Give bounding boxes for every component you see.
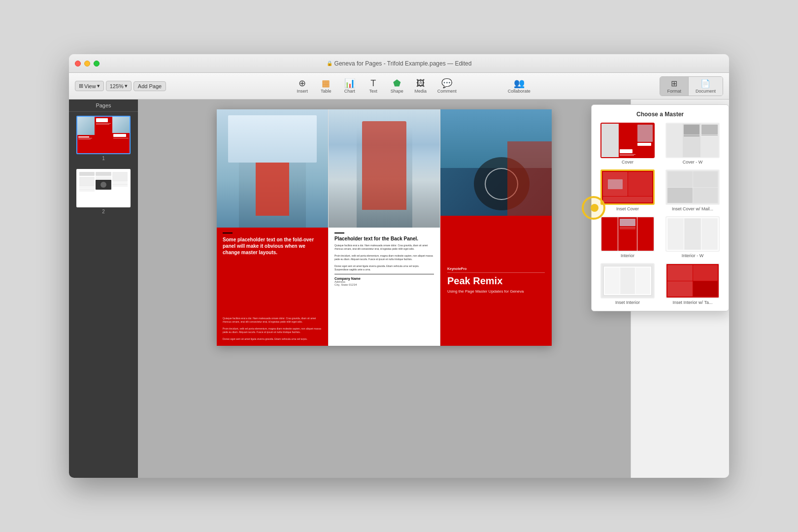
media-label: Media	[415, 89, 427, 94]
yellow-circle-indicator	[582, 196, 605, 220]
master-label-cover: Cover	[622, 160, 633, 165]
add-page-label: Add Page	[138, 83, 162, 89]
document-icon: 📄	[700, 79, 710, 88]
master-thumb-inset-cover	[600, 169, 655, 205]
comment-button[interactable]: 💬 Comment	[433, 77, 461, 96]
choose-master-title: Choose a Master	[598, 111, 723, 118]
document-subtitle: Using the Page Master Updates for Geneva	[447, 289, 545, 294]
pages-sidebar-header: Pages	[69, 100, 138, 112]
title-bar: 🔒 Geneva for Pages - Trifold Example.pag…	[69, 54, 729, 73]
shape-button[interactable]: ⬟ Shape	[386, 77, 408, 96]
insert-button[interactable]: ⊕ Insert	[292, 77, 313, 96]
table-icon: ▦	[322, 79, 330, 88]
panel-left-image	[217, 109, 328, 228]
document-button[interactable]: 📄 Document	[689, 77, 723, 96]
page-2-number: 2	[76, 209, 131, 214]
master-item-cover[interactable]: Cover	[598, 123, 658, 165]
format-document-toggle: ⊞ Format 📄 Document	[660, 76, 723, 96]
master-label-inset-cover-mail: Inset Cover w/ Mail...	[672, 206, 713, 211]
page-1-number: 1	[76, 156, 131, 161]
document-title: Peak Remix	[447, 276, 545, 286]
toolbar: ⊞ View ▾ 125% ▾ Add Page ⊕ Insert ▦ Tabl…	[69, 73, 729, 100]
collaborate-label: Collaborate	[508, 89, 531, 94]
shape-label: Shape	[391, 89, 403, 94]
master-thumb-cover	[600, 123, 655, 158]
media-icon: 🖼	[416, 79, 425, 88]
canvas-area[interactable]: Some placeholder text on the fold-over p…	[138, 100, 631, 478]
insert-icon: ⊕	[299, 79, 306, 88]
page-1-thumb-inner	[76, 116, 131, 154]
panel-middle-body: Quisque facilisis erat a dui. Nam malesu…	[334, 244, 434, 271]
minimize-button[interactable]	[84, 61, 90, 66]
master-label-inset-cover: Inset Cover	[616, 206, 639, 211]
text-icon: T	[370, 79, 376, 88]
company-city: City, State 01234	[334, 283, 434, 286]
master-item-inset-cover-mail[interactable]: Inset Cover w/ Mail...	[663, 169, 723, 211]
collaborate-button[interactable]: 👥 Collaborate	[504, 77, 534, 96]
app-window: 🔒 Geneva for Pages - Trifold Example.pag…	[69, 54, 729, 478]
view-label: View	[84, 83, 96, 89]
collaborate-icon: 👥	[514, 79, 525, 88]
lock-icon: 🔒	[327, 61, 332, 66]
master-label-interior: Interior	[621, 253, 634, 258]
right-panel: Page Layout Cover Change Master	[631, 100, 729, 478]
comment-label: Comment	[437, 89, 457, 94]
master-thumb-inset-interior-ta	[665, 263, 720, 299]
page-1-thumb[interactable]: 1	[76, 116, 131, 161]
view-chevron: ▾	[97, 83, 100, 89]
text-button[interactable]: T Text	[363, 77, 384, 96]
table-button[interactable]: ▦ Table	[315, 77, 337, 96]
master-grid: Cover	[598, 123, 723, 305]
format-button[interactable]: ⊞ Format	[660, 77, 689, 96]
master-thumb-interior-w	[665, 216, 720, 252]
company-name: Company Name	[334, 277, 434, 280]
traffic-lights	[75, 61, 100, 66]
yellow-dot	[591, 204, 598, 212]
page-2-thumb-inner	[76, 169, 131, 207]
master-label-inset-interior: Inset Interior	[615, 300, 640, 305]
view-button[interactable]: ⊞ View ▾	[75, 81, 104, 91]
master-thumb-inset-cover-mail	[665, 169, 720, 205]
master-item-cover-w[interactable]: Cover - W	[663, 123, 723, 165]
chart-icon: 📊	[344, 79, 355, 88]
add-page-button[interactable]: Add Page	[133, 81, 166, 91]
pages-sidebar: Pages	[69, 100, 138, 478]
maximize-button[interactable]	[94, 61, 100, 66]
brand-label: KeynotePro	[447, 267, 545, 273]
comment-icon: 💬	[441, 79, 452, 88]
master-item-inset-interior-ta[interactable]: Inset Interior w/ Ta...	[663, 263, 723, 305]
media-button[interactable]: 🖼 Media	[410, 77, 432, 96]
master-item-interior-w[interactable]: Interior - W	[663, 216, 723, 258]
text-label: Text	[369, 89, 378, 94]
master-item-interior[interactable]: Interior	[598, 216, 658, 258]
window-title: Geneva for Pages - Trifold Example.pages…	[334, 60, 472, 67]
panel-left: Some placeholder text on the fold-over p…	[217, 109, 328, 346]
shape-icon: ⬟	[393, 79, 401, 88]
zoom-button[interactable]: 125% ▾	[106, 81, 132, 91]
master-thumb-interior	[600, 216, 655, 252]
chart-button[interactable]: 📊 Chart	[339, 77, 361, 96]
main-area: Pages	[69, 100, 729, 478]
master-label-inset-interior-ta: Inset Interior w/ Ta...	[673, 300, 713, 305]
master-item-inset-cover[interactable]: Inset Cover	[598, 169, 658, 211]
zoom-value: 125%	[110, 83, 124, 89]
choose-master-panel: Choose a Master	[591, 104, 729, 311]
panel-left-body: Quisque facilisis erat a dui. Nam malesu…	[223, 317, 322, 341]
panel-right-image	[440, 109, 552, 216]
insert-label: Insert	[297, 89, 308, 94]
master-label-cover-w: Cover - W	[683, 160, 703, 165]
close-button[interactable]	[75, 61, 81, 66]
zoom-chevron: ▾	[125, 83, 128, 89]
chart-label: Chart	[344, 89, 355, 94]
table-label: Table	[321, 89, 332, 94]
format-icon: ⊞	[671, 79, 677, 88]
master-label-interior-w: Interior - W	[682, 253, 704, 258]
panel-left-heading: Some placeholder text on the fold-over p…	[223, 236, 322, 256]
view-icon: ⊞	[79, 83, 83, 89]
panel-middle: Placeholder text for the Back Panel. Qui…	[328, 109, 440, 346]
master-item-inset-interior[interactable]: Inset Interior	[598, 263, 658, 305]
panel-right: KeynotePro Peak Remix Using the Page Mas…	[440, 109, 552, 346]
format-label: Format	[667, 89, 681, 94]
page-2-thumb[interactable]: 2	[76, 169, 131, 214]
trifold-document: Some placeholder text on the fold-over p…	[217, 109, 552, 346]
